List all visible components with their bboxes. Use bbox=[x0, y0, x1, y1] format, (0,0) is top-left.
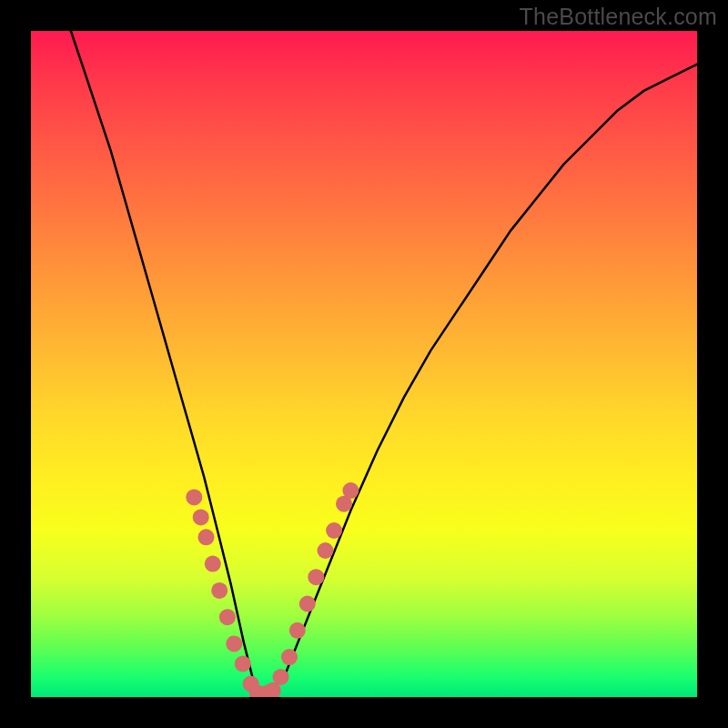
data-marker bbox=[226, 635, 242, 652]
data-marker bbox=[308, 569, 324, 585]
data-marker bbox=[281, 649, 298, 665]
data-marker bbox=[342, 482, 359, 499]
data-marker bbox=[186, 489, 202, 505]
data-marker bbox=[219, 609, 236, 625]
data-marker bbox=[273, 669, 289, 685]
data-marker bbox=[326, 522, 342, 539]
data-marker bbox=[318, 542, 334, 559]
data-marker bbox=[205, 556, 221, 572]
curve-line bbox=[71, 31, 697, 697]
data-marker bbox=[193, 509, 209, 525]
outer-frame: TheBottleneck.com bbox=[0, 0, 728, 728]
data-marker bbox=[299, 596, 316, 612]
data-marker bbox=[198, 529, 215, 545]
bottleneck-curve bbox=[31, 31, 697, 697]
data-marker bbox=[289, 622, 306, 639]
data-marker bbox=[235, 655, 251, 672]
watermark-text: TheBottleneck.com bbox=[520, 4, 717, 30]
plot-area bbox=[31, 31, 697, 697]
data-marker bbox=[211, 582, 228, 599]
